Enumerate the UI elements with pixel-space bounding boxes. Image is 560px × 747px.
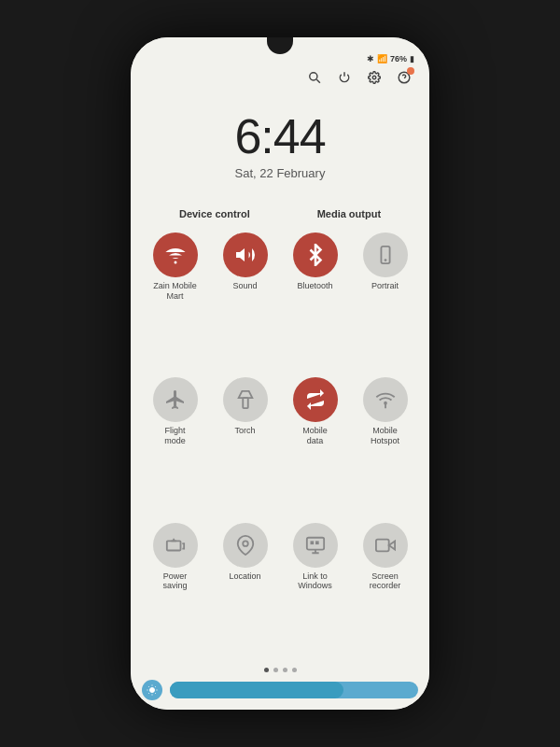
battery-icon: ▮: [410, 54, 414, 63]
power-saving-icon: [153, 523, 198, 568]
battery-text: 76%: [390, 54, 407, 63]
help-button[interactable]: [396, 69, 413, 86]
qs-bluetooth[interactable]: Bluetooth: [282, 229, 348, 370]
sound-label: Sound: [232, 281, 257, 291]
qs-power-saving[interactable]: Powersaving: [142, 519, 208, 660]
status-icons: ✱ 📶 76% ▮: [367, 54, 414, 63]
qs-sound[interactable]: Sound: [212, 229, 278, 370]
sound-icon: [223, 233, 268, 277]
clock-date: Sat, 22 February: [235, 166, 326, 180]
phone-frame: ✱ 📶 76% ▮: [131, 37, 429, 710]
flight-icon: [153, 377, 198, 422]
search-button[interactable]: [306, 69, 323, 86]
svg-point-0: [310, 73, 317, 80]
top-actions-bar: [131, 67, 429, 93]
svg-point-10: [385, 402, 386, 404]
svg-line-26: [148, 686, 149, 687]
svg-rect-9: [243, 398, 248, 408]
svg-marker-6: [236, 248, 245, 261]
qs-location[interactable]: Location: [212, 519, 278, 660]
svg-marker-21: [388, 541, 394, 549]
dot-2: [273, 668, 278, 672]
settings-button[interactable]: [366, 69, 383, 86]
location-label: Location: [229, 571, 260, 582]
dot-3: [283, 668, 287, 672]
svg-rect-22: [375, 539, 388, 551]
media-output-header: Media output: [317, 208, 381, 219]
wifi-label: Zain MobileMart: [153, 281, 197, 302]
svg-rect-12: [166, 541, 180, 550]
qs-portrait[interactable]: Portrait: [352, 229, 418, 370]
bluetooth-status-icon: ✱: [367, 54, 374, 63]
bluetooth-label: Bluetooth: [297, 281, 332, 291]
clock-section: 6:44 Sat, 22 February: [131, 93, 429, 208]
wifi-icon: [153, 233, 198, 277]
dot-4: [292, 668, 297, 672]
hotspot-icon: [363, 377, 408, 422]
qs-wifi[interactable]: Zain MobileMart: [142, 229, 208, 370]
screen-recorder-icon: [363, 523, 408, 568]
quick-settings-grid: Zain MobileMart Sound Bluetooth: [131, 229, 429, 660]
qs-screen-recorder[interactable]: Screenrecorder: [352, 519, 418, 660]
device-control-header: Device control: [179, 208, 250, 219]
qs-mobile-data[interactable]: Mobiledata: [282, 374, 348, 514]
link-to-windows-label: Link toWindows: [298, 571, 332, 592]
hotspot-label: MobileHotspot: [371, 426, 399, 446]
link-to-windows-icon: [293, 523, 338, 568]
portrait-icon: [363, 233, 408, 277]
screen: ✱ 📶 76% ▮: [131, 37, 429, 710]
signal-icon: 📶: [377, 54, 387, 63]
svg-point-15: [243, 541, 248, 546]
mobile-data-label: Mobiledata: [302, 426, 328, 446]
svg-rect-20: [315, 541, 319, 544]
power-saving-label: Powersaving: [162, 571, 187, 592]
svg-point-2: [372, 76, 376, 79]
section-headers: Device control Media output: [131, 208, 429, 229]
flight-label: Flightmode: [164, 426, 186, 446]
svg-line-1: [316, 79, 320, 83]
svg-point-23: [150, 688, 155, 693]
svg-rect-19: [310, 541, 314, 544]
bluetooth-icon: [293, 233, 338, 277]
screen-recorder-label: Screenrecorder: [370, 571, 401, 592]
dot-1: [264, 668, 269, 672]
svg-line-31: [155, 686, 156, 687]
svg-line-27: [155, 693, 156, 694]
torch-label: Torch: [234, 426, 255, 436]
brightness-bar[interactable]: [131, 676, 429, 710]
mobile-data-icon: [293, 377, 338, 422]
clock-time: 6:44: [234, 112, 325, 161]
portrait-label: Portrait: [371, 281, 399, 291]
qs-hotspot[interactable]: MobileHotspot: [352, 374, 418, 514]
qs-link-to-windows[interactable]: Link toWindows: [282, 519, 348, 660]
brightness-icon: [142, 680, 162, 700]
power-button[interactable]: [336, 69, 353, 86]
svg-line-30: [148, 693, 149, 694]
brightness-fill: [170, 682, 343, 698]
qs-flight[interactable]: Flightmode: [142, 374, 208, 514]
torch-icon: [223, 377, 268, 422]
page-dots: [131, 660, 429, 676]
location-icon: [223, 523, 268, 568]
qs-torch[interactable]: Torch: [212, 374, 278, 514]
brightness-track[interactable]: [170, 682, 418, 698]
